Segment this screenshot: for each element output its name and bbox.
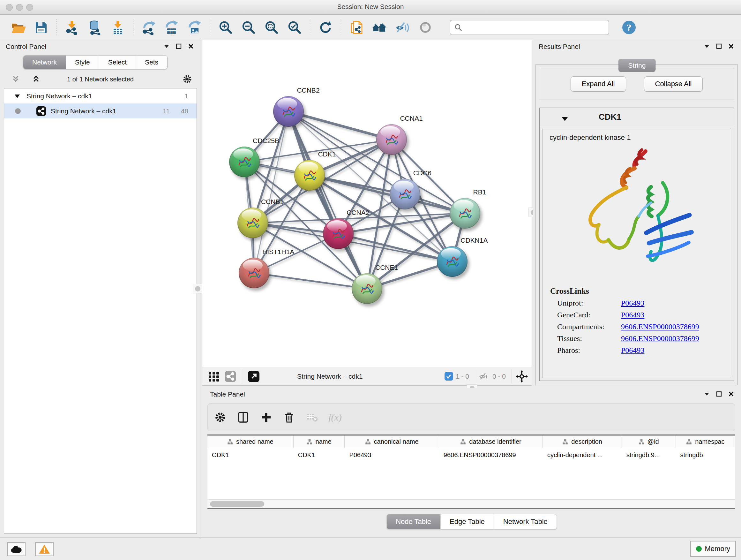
column-header-shared-name[interactable]: shared name	[207, 435, 293, 448]
zoom-selected-button[interactable]	[286, 18, 303, 37]
node-CDC25B[interactable]	[229, 146, 260, 177]
column-header-namespac[interactable]: namespac	[676, 435, 735, 448]
table-panel-close-button[interactable]	[728, 390, 735, 397]
network-collection-row[interactable]: String Network – cdk1 1	[4, 88, 197, 104]
tab-network-table[interactable]: Network Table	[494, 514, 557, 530]
export-network-button[interactable]	[140, 18, 157, 37]
results-panel-close-button[interactable]	[728, 43, 735, 50]
table-cell[interactable]: P06493	[345, 448, 439, 462]
tab-select[interactable]: Select	[99, 56, 136, 69]
string-view-button[interactable]	[224, 370, 237, 383]
left-splitter-grip[interactable]	[193, 284, 202, 294]
crosslink-link[interactable]: 9606.ENSP00000378699	[621, 322, 699, 331]
grid-view-button[interactable]	[207, 370, 220, 383]
open-session-button[interactable]	[9, 18, 26, 37]
network-canvas[interactable]: CCNB2CCNA1CDC25BCDK1CDC6RB1CCNB1CCNA2HIS…	[202, 40, 532, 367]
node-CDKN1A[interactable]	[437, 246, 468, 277]
column-header--id[interactable]: @id	[622, 435, 676, 448]
table-cell[interactable]: stringdb:9...	[622, 448, 676, 462]
column-header-database-identifier[interactable]: database identifier	[439, 435, 543, 448]
apply-layout-button[interactable]	[317, 18, 334, 37]
cloud-status-button[interactable]	[7, 542, 25, 556]
edge-HIST1H1A-CCNE1[interactable]	[254, 273, 367, 289]
table-row[interactable]: CDK1CDK1P064939606.ENSP00000378699cyclin…	[207, 448, 735, 462]
expand-all-button[interactable]: Expand All	[570, 76, 626, 91]
network-row[interactable]: String Network – cdk1 11 48	[4, 104, 197, 118]
tab-edge-table[interactable]: Edge Table	[441, 514, 494, 530]
selected-checkbox[interactable]	[445, 372, 453, 381]
hscroll-thumb[interactable]	[210, 501, 264, 507]
crosslink-link[interactable]: P06493	[621, 299, 644, 307]
table-cell[interactable]: stringdb	[676, 448, 735, 462]
home-button[interactable]	[371, 18, 388, 37]
hide-panels-button[interactable]	[394, 18, 411, 37]
crosslink-link[interactable]: P06493	[621, 311, 644, 319]
zoom-in-button[interactable]	[217, 18, 234, 37]
open-view-button[interactable]	[247, 370, 260, 383]
column-header-name[interactable]: name	[293, 435, 345, 448]
node-CCNA2[interactable]	[323, 219, 354, 249]
gene-collapse-icon[interactable]	[561, 115, 569, 123]
table-cell[interactable]: cyclin-dependent ...	[543, 448, 622, 462]
export-table-button[interactable]	[163, 18, 180, 37]
control-panel: Control Panel NetworkStyleSelectSets 1 o…	[0, 40, 201, 537]
table-panel-float-button[interactable]	[716, 390, 723, 397]
warnings-button[interactable]	[35, 542, 54, 556]
export-image-button[interactable]	[186, 18, 203, 37]
control-panel-float-button[interactable]	[175, 43, 182, 50]
results-panel-collapse-button[interactable]	[703, 43, 711, 50]
results-panel-float-button[interactable]	[716, 43, 723, 50]
collection-expand-icon[interactable]	[14, 92, 21, 100]
table-cell[interactable]: CDK1	[293, 448, 345, 462]
node-CDK1[interactable]	[294, 160, 325, 191]
node-HIST1H1A[interactable]	[239, 258, 269, 288]
import-table-file-button[interactable]	[109, 18, 126, 37]
hidden-counts: 0 - 0	[492, 373, 506, 380]
node-CCNB2[interactable]	[273, 96, 304, 127]
zoom-out-button[interactable]	[240, 18, 257, 37]
tab-sets[interactable]: Sets	[136, 56, 167, 69]
add-column-button[interactable]	[259, 411, 273, 424]
birdseye-crosshair-icon[interactable]	[515, 370, 529, 383]
help-icon: ?	[621, 20, 636, 35]
table-cell[interactable]: CDK1	[207, 448, 293, 462]
control-panel-close-button[interactable]	[187, 43, 194, 50]
node-RB1[interactable]	[450, 198, 480, 229]
control-panel-collapse-button[interactable]	[163, 43, 170, 50]
network-options-gear-icon[interactable]	[182, 74, 192, 84]
delete-column-button[interactable]	[282, 411, 296, 424]
column-header-canonical-name[interactable]: canonical name	[345, 435, 439, 448]
node-CCNE1[interactable]	[352, 273, 382, 304]
toolbar-separator	[512, 369, 512, 383]
table-cell[interactable]: 9606.ENSP00000378699	[439, 448, 543, 462]
crosslink-link[interactable]: P06493	[621, 346, 644, 355]
save-session-button[interactable]	[32, 18, 50, 37]
tab-style[interactable]: Style	[66, 56, 99, 69]
gene-header-row[interactable]: CDK1	[540, 108, 734, 126]
node-CCNA1[interactable]	[376, 124, 407, 155]
edge-CCNB2-CCNE1[interactable]	[288, 111, 367, 289]
gear-icon	[214, 411, 226, 423]
tab-network[interactable]: Network	[23, 56, 66, 69]
tab-string[interactable]: String	[618, 59, 656, 72]
memory-button[interactable]: Memory	[690, 541, 736, 557]
show-columns-button[interactable]	[237, 411, 250, 424]
table-panel-collapse-button[interactable]	[703, 390, 711, 397]
import-network-file-button[interactable]	[63, 18, 80, 37]
network-from-file-button[interactable]	[348, 18, 365, 37]
close-icon	[728, 43, 735, 50]
zoom-fit-button[interactable]	[263, 18, 280, 37]
show-view-button[interactable]	[417, 18, 434, 37]
crosslink-link[interactable]: 9606.ENSP00000378699	[621, 334, 699, 343]
table-settings-button[interactable]	[213, 411, 227, 424]
collapse-all-button[interactable]: Collapse All	[644, 76, 703, 91]
search-input[interactable]	[462, 21, 605, 34]
tab-node-table[interactable]: Node Table	[387, 514, 441, 530]
table-hscrollbar[interactable]	[207, 499, 735, 508]
node-CDC6[interactable]	[390, 179, 420, 209]
column-header-description[interactable]: description	[543, 435, 622, 448]
attribute-hierarchy-icon	[365, 439, 371, 445]
help-button[interactable]: ?	[620, 18, 637, 37]
import-network-database-button[interactable]	[86, 18, 104, 37]
node-CCNB1[interactable]	[238, 207, 268, 238]
